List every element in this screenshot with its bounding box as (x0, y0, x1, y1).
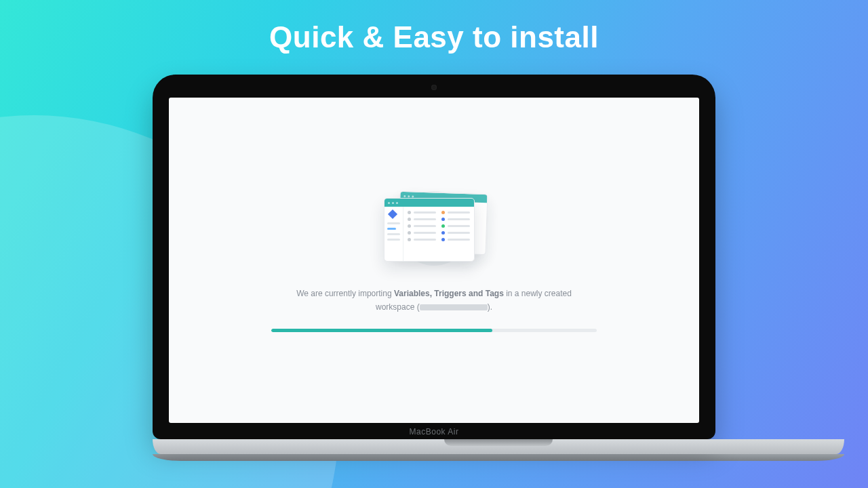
laptop-screen: We are currently importing Variables, Tr… (169, 98, 699, 423)
status-prefix: We are currently importing (296, 289, 394, 298)
import-illustration (380, 188, 488, 270)
card-body (384, 207, 474, 261)
card-titlebar (384, 199, 474, 207)
installer-app: We are currently importing Variables, Tr… (169, 98, 699, 423)
promo-stage: Quick & Easy to install (0, 0, 868, 488)
card-sidebar (384, 207, 403, 261)
gtm-diamond-icon (388, 209, 397, 219)
card-rows (403, 207, 474, 261)
progress-bar (271, 329, 597, 332)
camera-dot (431, 85, 437, 90)
laptop-base (153, 439, 844, 454)
illustration-card-front (384, 198, 475, 262)
laptop-foot (153, 454, 844, 461)
laptop-lid: We are currently importing Variables, Tr… (153, 75, 715, 439)
status-strong: Variables, Triggers and Tags (394, 289, 504, 298)
status-suffix: ). (488, 302, 492, 312)
headline: Quick & Easy to install (0, 20, 868, 54)
laptop-mockup: We are currently importing Variables, Tr… (153, 75, 715, 461)
workspace-name-redacted (420, 304, 488, 310)
progress-fill (271, 329, 492, 332)
status-text: We are currently importing Variables, Tr… (292, 287, 576, 313)
